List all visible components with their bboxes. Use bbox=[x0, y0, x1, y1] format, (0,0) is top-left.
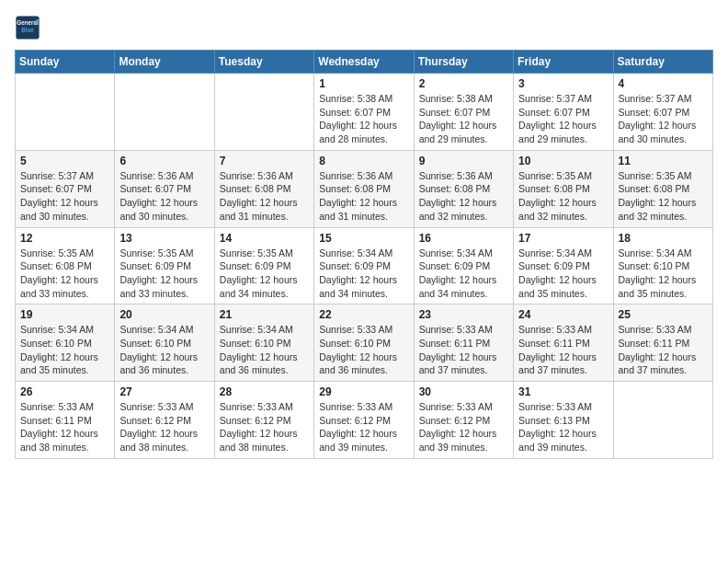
calendar-cell: 10Sunrise: 5:35 AM Sunset: 6:08 PM Dayli… bbox=[514, 150, 613, 227]
day-info: Sunrise: 5:33 AM Sunset: 6:12 PM Dayligh… bbox=[419, 400, 508, 454]
day-number: 22 bbox=[319, 308, 408, 321]
day-info: Sunrise: 5:33 AM Sunset: 6:11 PM Dayligh… bbox=[518, 323, 608, 377]
day-info: Sunrise: 5:33 AM Sunset: 6:11 PM Dayligh… bbox=[20, 400, 109, 454]
day-info: Sunrise: 5:33 AM Sunset: 6:12 PM Dayligh… bbox=[220, 400, 309, 454]
day-number: 11 bbox=[619, 155, 708, 167]
weekday-header: Friday bbox=[514, 51, 613, 74]
day-number: 21 bbox=[220, 308, 309, 321]
day-number: 30 bbox=[419, 385, 508, 398]
calendar-cell: 20Sunrise: 5:34 AM Sunset: 6:10 PM Dayli… bbox=[115, 304, 214, 382]
day-number: 29 bbox=[319, 385, 408, 398]
weekday-header: Sunday bbox=[16, 51, 115, 74]
weekday-header: Thursday bbox=[414, 51, 513, 74]
day-number: 10 bbox=[518, 155, 608, 167]
calendar-week-row: 19Sunrise: 5:34 AM Sunset: 6:10 PM Dayli… bbox=[16, 304, 713, 382]
calendar-cell: 27Sunrise: 5:33 AM Sunset: 6:12 PM Dayli… bbox=[115, 382, 214, 459]
day-number: 23 bbox=[419, 308, 508, 321]
day-info: Sunrise: 5:33 AM Sunset: 6:11 PM Dayligh… bbox=[419, 323, 508, 377]
day-number: 24 bbox=[518, 308, 608, 321]
calendar-cell bbox=[115, 74, 214, 151]
calendar-cell: 29Sunrise: 5:33 AM Sunset: 6:12 PM Dayli… bbox=[314, 382, 414, 459]
day-number: 13 bbox=[119, 232, 209, 245]
day-info: Sunrise: 5:33 AM Sunset: 6:13 PM Dayligh… bbox=[518, 400, 608, 454]
calendar-cell: 2Sunrise: 5:38 AM Sunset: 6:07 PM Daylig… bbox=[414, 74, 513, 151]
day-number: 14 bbox=[220, 232, 309, 245]
day-info: Sunrise: 5:34 AM Sunset: 6:10 PM Dayligh… bbox=[119, 323, 209, 377]
day-info: Sunrise: 5:38 AM Sunset: 6:07 PM Dayligh… bbox=[319, 92, 408, 146]
calendar-cell: 8Sunrise: 5:36 AM Sunset: 6:08 PM Daylig… bbox=[314, 150, 414, 227]
calendar-week-row: 12Sunrise: 5:35 AM Sunset: 6:08 PM Dayli… bbox=[16, 227, 713, 304]
day-info: Sunrise: 5:36 AM Sunset: 6:08 PM Dayligh… bbox=[220, 169, 309, 224]
day-info: Sunrise: 5:36 AM Sunset: 6:07 PM Dayligh… bbox=[119, 169, 209, 224]
calendar-cell: 24Sunrise: 5:33 AM Sunset: 6:11 PM Dayli… bbox=[514, 304, 613, 382]
calendar-cell: 19Sunrise: 5:34 AM Sunset: 6:10 PM Dayli… bbox=[16, 304, 115, 382]
day-number: 27 bbox=[119, 385, 209, 398]
calendar-cell: 11Sunrise: 5:35 AM Sunset: 6:08 PM Dayli… bbox=[613, 150, 712, 227]
day-info: Sunrise: 5:35 AM Sunset: 6:08 PM Dayligh… bbox=[619, 169, 708, 224]
weekday-header: Saturday bbox=[613, 51, 712, 74]
day-info: Sunrise: 5:35 AM Sunset: 6:08 PM Dayligh… bbox=[518, 169, 608, 224]
page-header: General Blue bbox=[15, 15, 713, 40]
logo-icon: General Blue bbox=[15, 15, 40, 40]
day-number: 2 bbox=[419, 77, 508, 90]
day-number: 15 bbox=[319, 232, 408, 245]
calendar-week-row: 1Sunrise: 5:38 AM Sunset: 6:07 PM Daylig… bbox=[16, 74, 713, 151]
weekday-header: Tuesday bbox=[214, 51, 313, 74]
day-info: Sunrise: 5:37 AM Sunset: 6:07 PM Dayligh… bbox=[20, 169, 109, 224]
calendar-cell: 9Sunrise: 5:36 AM Sunset: 6:08 PM Daylig… bbox=[414, 150, 513, 227]
day-info: Sunrise: 5:34 AM Sunset: 6:10 PM Dayligh… bbox=[619, 247, 708, 301]
day-info: Sunrise: 5:35 AM Sunset: 6:08 PM Dayligh… bbox=[20, 247, 109, 301]
calendar-week-row: 5Sunrise: 5:37 AM Sunset: 6:07 PM Daylig… bbox=[16, 150, 713, 227]
calendar-cell: 15Sunrise: 5:34 AM Sunset: 6:09 PM Dayli… bbox=[314, 227, 414, 304]
calendar-cell: 14Sunrise: 5:35 AM Sunset: 6:09 PM Dayli… bbox=[214, 227, 313, 304]
day-info: Sunrise: 5:34 AM Sunset: 6:10 PM Dayligh… bbox=[220, 323, 309, 377]
day-info: Sunrise: 5:34 AM Sunset: 6:09 PM Dayligh… bbox=[319, 247, 408, 301]
day-info: Sunrise: 5:34 AM Sunset: 6:10 PM Dayligh… bbox=[20, 323, 109, 377]
day-number: 8 bbox=[319, 155, 408, 167]
day-number: 7 bbox=[220, 155, 309, 167]
day-number: 4 bbox=[619, 77, 708, 90]
svg-text:General: General bbox=[17, 19, 39, 26]
calendar-cell: 13Sunrise: 5:35 AM Sunset: 6:09 PM Dayli… bbox=[115, 227, 214, 304]
calendar-cell: 23Sunrise: 5:33 AM Sunset: 6:11 PM Dayli… bbox=[414, 304, 513, 382]
calendar-week-row: 26Sunrise: 5:33 AM Sunset: 6:11 PM Dayli… bbox=[16, 382, 713, 459]
calendar-table: SundayMondayTuesdayWednesdayThursdayFrid… bbox=[15, 50, 713, 459]
day-info: Sunrise: 5:36 AM Sunset: 6:08 PM Dayligh… bbox=[319, 169, 408, 224]
day-number: 31 bbox=[518, 385, 608, 398]
day-info: Sunrise: 5:33 AM Sunset: 6:11 PM Dayligh… bbox=[619, 323, 708, 377]
calendar-cell: 26Sunrise: 5:33 AM Sunset: 6:11 PM Dayli… bbox=[16, 382, 115, 459]
calendar-cell: 25Sunrise: 5:33 AM Sunset: 6:11 PM Dayli… bbox=[613, 304, 712, 382]
day-info: Sunrise: 5:34 AM Sunset: 6:09 PM Dayligh… bbox=[518, 247, 608, 301]
calendar-cell: 1Sunrise: 5:38 AM Sunset: 6:07 PM Daylig… bbox=[314, 74, 414, 151]
day-number: 17 bbox=[518, 232, 608, 245]
calendar-cell: 21Sunrise: 5:34 AM Sunset: 6:10 PM Dayli… bbox=[214, 304, 313, 382]
day-info: Sunrise: 5:33 AM Sunset: 6:12 PM Dayligh… bbox=[319, 400, 408, 454]
day-number: 3 bbox=[518, 77, 608, 90]
logo: General Blue bbox=[15, 15, 44, 40]
day-number: 6 bbox=[119, 155, 209, 167]
day-number: 5 bbox=[20, 155, 109, 167]
calendar-cell bbox=[16, 74, 115, 151]
svg-text:Blue: Blue bbox=[21, 27, 34, 33]
day-number: 12 bbox=[20, 232, 109, 245]
day-number: 19 bbox=[20, 308, 109, 321]
day-info: Sunrise: 5:34 AM Sunset: 6:09 PM Dayligh… bbox=[419, 247, 508, 301]
day-info: Sunrise: 5:35 AM Sunset: 6:09 PM Dayligh… bbox=[220, 247, 309, 301]
calendar-cell: 5Sunrise: 5:37 AM Sunset: 6:07 PM Daylig… bbox=[16, 150, 115, 227]
day-number: 1 bbox=[319, 77, 408, 90]
calendar-cell: 16Sunrise: 5:34 AM Sunset: 6:09 PM Dayli… bbox=[414, 227, 513, 304]
day-number: 25 bbox=[619, 308, 708, 321]
day-info: Sunrise: 5:37 AM Sunset: 6:07 PM Dayligh… bbox=[619, 92, 708, 146]
calendar-cell: 6Sunrise: 5:36 AM Sunset: 6:07 PM Daylig… bbox=[115, 150, 214, 227]
calendar-cell: 12Sunrise: 5:35 AM Sunset: 6:08 PM Dayli… bbox=[16, 227, 115, 304]
day-info: Sunrise: 5:36 AM Sunset: 6:08 PM Dayligh… bbox=[419, 169, 508, 224]
calendar-cell: 28Sunrise: 5:33 AM Sunset: 6:12 PM Dayli… bbox=[214, 382, 313, 459]
weekday-header: Monday bbox=[115, 51, 214, 74]
calendar-cell: 18Sunrise: 5:34 AM Sunset: 6:10 PM Dayli… bbox=[613, 227, 712, 304]
weekday-header: Wednesday bbox=[314, 51, 414, 74]
calendar-cell: 30Sunrise: 5:33 AM Sunset: 6:12 PM Dayli… bbox=[414, 382, 513, 459]
day-info: Sunrise: 5:37 AM Sunset: 6:07 PM Dayligh… bbox=[518, 92, 608, 146]
day-info: Sunrise: 5:38 AM Sunset: 6:07 PM Dayligh… bbox=[419, 92, 508, 146]
calendar-cell: 4Sunrise: 5:37 AM Sunset: 6:07 PM Daylig… bbox=[613, 74, 712, 151]
calendar-cell bbox=[613, 382, 712, 459]
